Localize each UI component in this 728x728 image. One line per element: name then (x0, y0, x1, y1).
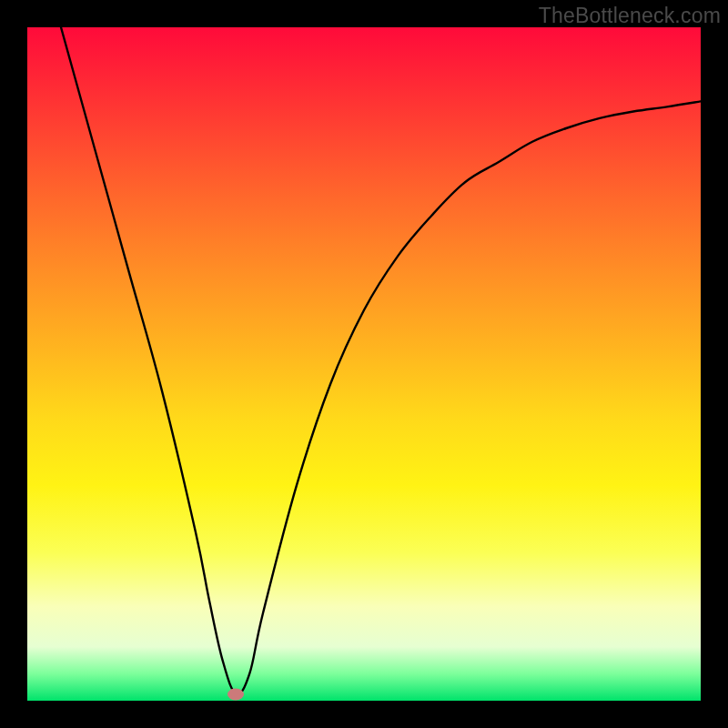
chart-stage: TheBottleneck.com (0, 0, 728, 728)
watermark-text: TheBottleneck.com (539, 4, 721, 28)
optimal-point-marker (228, 688, 244, 700)
bottleneck-curve (61, 27, 701, 694)
chart-curve-layer (27, 27, 701, 701)
